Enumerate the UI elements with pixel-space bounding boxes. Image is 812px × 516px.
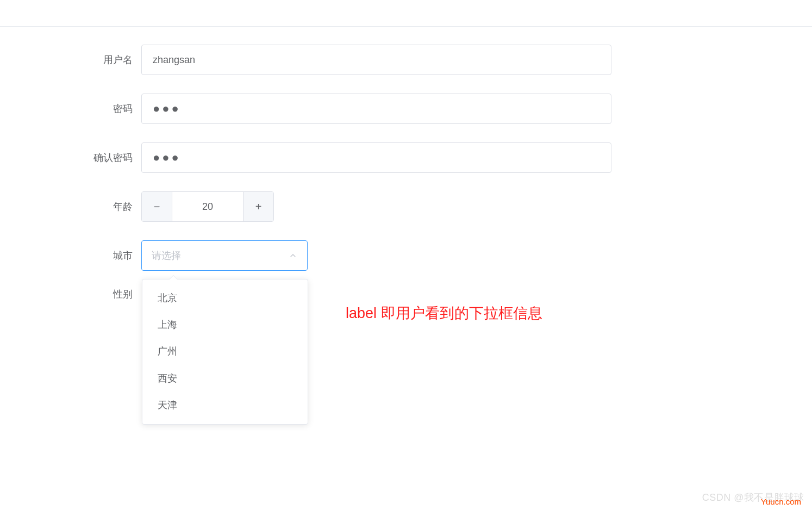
city-option-beijing[interactable]: 北京 — [142, 285, 308, 312]
age-decrease-button[interactable]: − — [142, 192, 172, 221]
confirm-password-input[interactable]: ●●● — [141, 142, 611, 173]
city-select-placeholder: 请选择 — [152, 249, 289, 262]
control-city: 请选择 北京 上海 广州 西安 天津 — [141, 240, 741, 271]
city-option-shanghai[interactable]: 上海 — [142, 312, 308, 338]
control-confirm-password: ●●● — [141, 142, 741, 173]
age-increase-button[interactable]: + — [243, 192, 273, 221]
watermark-site: Yuucn.com — [761, 497, 801, 506]
password-input[interactable]: ●●● — [141, 94, 611, 124]
row-username: 用户名 zhangsan — [71, 45, 741, 75]
chevron-up-icon — [289, 251, 297, 260]
row-password: 密码 ●●● — [71, 94, 741, 124]
age-value: 20 — [202, 201, 213, 213]
city-option-tianjin[interactable]: 天津 — [142, 392, 308, 419]
label-confirm-password: 确认密码 — [71, 153, 141, 163]
city-dropdown: 北京 上海 广州 西安 天津 — [142, 279, 308, 425]
plus-icon: + — [255, 201, 262, 213]
city-option-xian[interactable]: 西安 — [142, 365, 308, 392]
password-value-masked: ●●● — [153, 103, 181, 115]
page-root: 用户名 zhangsan 密码 ●●● 确认密码 ●●● — [0, 0, 812, 516]
username-value: zhangsan — [153, 54, 195, 66]
minus-icon: − — [154, 201, 160, 213]
control-password: ●●● — [141, 94, 741, 124]
control-age: − 20 + — [141, 191, 741, 222]
city-option-guangzhou[interactable]: 广州 — [142, 338, 308, 365]
city-select[interactable]: 请选择 北京 上海 广州 西安 天津 — [141, 240, 308, 271]
label-city: 城市 — [71, 251, 141, 260]
label-gender: 性别 — [71, 289, 141, 299]
label-username: 用户名 — [71, 55, 141, 65]
username-input[interactable]: zhangsan — [141, 45, 611, 75]
annotation-text: label 即用户看到的下拉框信息 — [346, 303, 542, 323]
row-age: 年龄 − 20 + — [71, 191, 741, 222]
label-password: 密码 — [71, 104, 141, 114]
row-confirm-password: 确认密码 ●●● — [71, 142, 741, 173]
divider — [0, 26, 812, 27]
user-form: 用户名 zhangsan 密码 ●●● 确认密码 ●●● — [71, 45, 741, 318]
age-stepper: − 20 + — [141, 191, 274, 222]
age-input[interactable]: 20 — [172, 192, 243, 221]
row-city: 城市 请选择 北京 上海 广州 西安 天津 — [71, 240, 741, 271]
confirm-password-value-masked: ●●● — [153, 152, 181, 164]
label-age: 年龄 — [71, 202, 141, 212]
control-username: zhangsan — [141, 45, 741, 75]
